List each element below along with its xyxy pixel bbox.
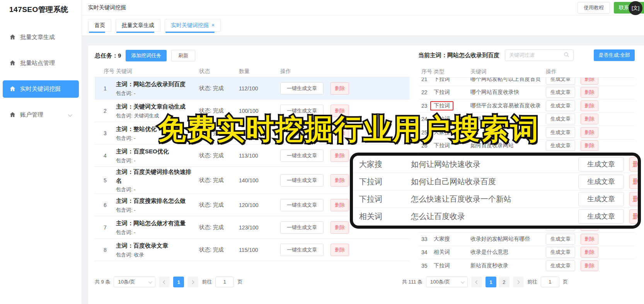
table-row[interactable]: 33 大家搜 收录好的发帖网站有哪些 生成文章 删除 (418, 233, 635, 246)
one-key-generate-button[interactable]: 一键生成文章 (280, 244, 324, 256)
prev-page-button[interactable] (471, 277, 482, 287)
page-size-select[interactable]: 100条/页 (426, 277, 468, 287)
row-number: 7 (95, 224, 116, 231)
delete-button[interactable]: 删除 (331, 221, 349, 234)
task-main-keyword: 主词：百度SEO优化 (116, 147, 194, 156)
one-key-generate-button[interactable]: 一键生成文章 (280, 105, 324, 117)
task-quantity: 100/100 (239, 108, 280, 114)
delete-button[interactable]: 删除 (331, 105, 349, 117)
delete-button[interactable]: 删除 (629, 175, 641, 189)
delete-button[interactable]: 删除 (581, 127, 598, 138)
table-row[interactable]: 2 主词：关键词文章自动生成 包含词: 关键词生成 状态: 完成 100/100… (95, 100, 410, 122)
delete-button[interactable]: 删除 (581, 78, 598, 85)
page-number[interactable]: 2 (499, 277, 509, 287)
row-number: 8 (95, 247, 116, 253)
keyword-controls: 当前主词：网站怎么收录到百度 关键词过滤 是否生成:全部 (418, 49, 635, 61)
tab[interactable]: 实时关键词挖掘× (165, 19, 221, 32)
delete-button[interactable]: 删除 (581, 234, 598, 245)
delete-button[interactable]: 删除 (331, 244, 349, 256)
one-key-generate-button[interactable]: 一键生成文章 (280, 127, 324, 139)
task-status: 状态: 完成 (199, 130, 239, 137)
sidebar-item[interactable]: 批量文章生成 (3, 29, 79, 46)
one-key-generate-button[interactable]: 一键生成文章 (280, 149, 324, 162)
refresh-button[interactable]: 刷新 (171, 50, 195, 61)
table-row[interactable]: 23 下拉词 哪些平台发文容易被百度收录 生成文章 删除 (418, 99, 635, 113)
delete-button[interactable]: 删除 (629, 192, 641, 206)
delete-button[interactable]: 删除 (581, 114, 598, 124)
delete-button[interactable]: 删除 (581, 247, 598, 258)
row-number: 25 (418, 129, 434, 136)
delete-button[interactable]: 删除 (331, 127, 349, 139)
task-quantity: 112/100 (239, 85, 280, 92)
table-row[interactable]: 25 大家搜 生成文章 删除 (418, 126, 635, 139)
tab[interactable]: 批量文章生成× (116, 19, 160, 32)
generate-article-button[interactable]: 生成文章 (546, 260, 575, 271)
generate-article-button[interactable]: 生成文章 (546, 100, 575, 111)
task-status: 状态: 完成 (199, 107, 239, 114)
table-row[interactable]: 35 下拉词 新站百度秒收录 生成文章 删除 (418, 259, 635, 272)
keyword-filter-input[interactable]: 关键词过滤 (505, 49, 574, 61)
page-number[interactable]: 1 (486, 277, 496, 287)
goto-page-input[interactable]: 1 (541, 277, 559, 287)
generate-article-button[interactable]: 生成文章 (578, 192, 624, 206)
delete-button[interactable]: 删除 (629, 209, 641, 224)
keyword-text: 收录是什么意思 (470, 249, 546, 256)
one-key-generate-button[interactable]: 一键生成文章 (280, 221, 324, 234)
one-key-generate-button[interactable]: 一键生成文章 (280, 174, 324, 187)
chevron-down-icon (461, 280, 465, 284)
table-row[interactable]: 1 主词：网站怎么收录到百度 包含词: - 状态: 完成 112/100 一键生… (95, 77, 410, 100)
tutorial-button[interactable]: 使用教程 (578, 2, 610, 14)
col-num: 序号 (95, 68, 116, 75)
generate-all-button[interactable]: 是否生成:全部 (594, 49, 635, 61)
generate-article-button[interactable]: 生成文章 (578, 209, 624, 224)
next-page-button[interactable] (187, 277, 198, 287)
add-task-button[interactable]: 添加挖词任务 (126, 50, 167, 61)
page-size-select[interactable]: 10条/页 (114, 277, 155, 287)
table-row[interactable]: 24 下拉词 如何 生成文章 删除 (418, 113, 635, 126)
one-key-generate-button[interactable]: 一键生成文章 (280, 82, 324, 95)
table-row[interactable]: 8 主词：百度收录文章 包含词: 收录 状态: 完成 115/100 一键生成文… (95, 239, 410, 261)
table-row[interactable]: 26 下拉词 如何百度收录网站 生成文章 删除 (418, 139, 635, 153)
table-row[interactable]: 21 下拉词 哪个网站发帖可以上百度首页 生成文章 删除 (418, 78, 635, 86)
delete-button[interactable]: 删除 (581, 87, 598, 98)
delete-button[interactable]: 删除 (331, 149, 349, 162)
sidebar-item[interactable]: 账户管理 (3, 106, 79, 124)
generate-article-button[interactable]: 生成文章 (546, 247, 575, 258)
delete-button[interactable]: 删除 (629, 157, 641, 172)
generate-article-button[interactable]: 生成文章 (546, 78, 575, 85)
delete-button[interactable]: 删除 (331, 199, 349, 211)
close-icon[interactable]: × (211, 22, 215, 28)
table-row[interactable]: 22 下拉词 哪个网站百度收录快 生成文章 删除 (418, 86, 635, 100)
table-row[interactable]: 34 相关词 收录是什么意思 生成文章 删除 (418, 246, 635, 260)
keyword-type: 下拉词 (353, 194, 411, 204)
generate-article-button[interactable]: 生成文章 (546, 87, 575, 98)
delete-button[interactable]: 删除 (581, 140, 598, 151)
one-key-generate-button[interactable]: 一键生成文章 (280, 199, 324, 211)
generate-article-button[interactable]: 生成文章 (546, 234, 575, 245)
next-page-button[interactable] (513, 277, 524, 287)
delete-button[interactable]: 删除 (331, 174, 349, 187)
generate-article-button[interactable]: 生成文章 (546, 114, 575, 124)
sidebar-item[interactable]: 实时关键词挖掘 (3, 80, 79, 98)
delete-button[interactable]: 删除 (331, 82, 349, 95)
task-main-keyword: 主词：整站优化 (116, 124, 194, 133)
task-main-keyword: 主词：网站怎么做才有流量 (116, 219, 194, 228)
page-number[interactable]: 1 (173, 277, 184, 287)
goto-page-input[interactable]: 1 (215, 277, 234, 287)
delete-button[interactable]: 删除 (581, 100, 598, 111)
row-number: 4 (95, 153, 116, 159)
task-quantity: 140/100 (239, 177, 280, 183)
tab-label: 实时关键词挖掘 (171, 22, 209, 28)
prev-page-button[interactable] (159, 277, 170, 287)
tab[interactable]: 首页× (88, 19, 111, 32)
generate-article-button[interactable]: 生成文章 (578, 157, 624, 172)
keyword-type: 下拉词 (434, 89, 450, 95)
delete-button[interactable]: 删除 (581, 260, 598, 271)
generate-article-button[interactable]: 生成文章 (578, 175, 624, 189)
keyword-type: 大家搜 (434, 129, 450, 135)
sidebar-item[interactable]: 批量站点管理 (3, 54, 79, 72)
generate-article-button[interactable]: 生成文章 (546, 140, 575, 151)
generate-article-button[interactable]: 生成文章 (546, 127, 575, 138)
table-row[interactable]: 3 主词：整站优化 包含词: - 状态: 完成 一键生成文章 删除 (95, 122, 410, 144)
row-number: 5 (95, 177, 116, 183)
